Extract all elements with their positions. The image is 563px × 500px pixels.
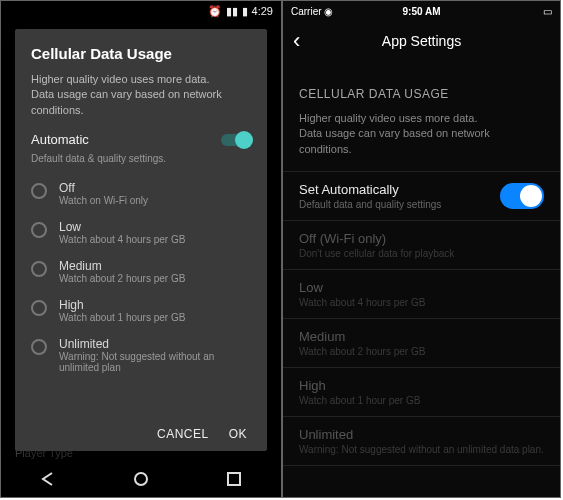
carrier-label: Carrier ◉ <box>291 6 333 17</box>
signal-icon: ▮▮ <box>226 5 238 18</box>
wifi-icon: ◉ <box>324 6 333 17</box>
nav-back-icon[interactable] <box>40 471 56 487</box>
nav-title: App Settings <box>382 33 461 49</box>
row-label: Unlimited <box>299 427 544 442</box>
row-medium[interactable]: Medium Watch about 2 hours per GB <box>283 318 560 367</box>
android-status-bar: ⏰ ▮▮ ▮ 4:29 <box>1 1 281 21</box>
row-sublabel: Watch about 2 hours per GB <box>299 346 425 357</box>
option-low[interactable]: LowWatch about 4 hours per GB <box>31 213 251 252</box>
automatic-label: Automatic <box>31 132 89 147</box>
row-unlimited[interactable]: Unlimited Warning: Not suggested without… <box>283 416 560 466</box>
row-sublabel: Warning: Not suggested without an unlimi… <box>299 444 544 455</box>
ok-button[interactable]: OK <box>229 427 247 441</box>
radio-icon <box>31 339 47 355</box>
option-off[interactable]: OffWatch on Wi-Fi only <box>31 174 251 213</box>
status-time: 4:29 <box>252 5 273 17</box>
alarm-icon: ⏰ <box>208 5 222 18</box>
cancel-button[interactable]: CANCEL <box>157 427 209 441</box>
automatic-toggle[interactable] <box>500 183 544 209</box>
radio-icon <box>31 300 47 316</box>
row-sublabel: Default data and quality settings <box>299 199 441 210</box>
radio-icon <box>31 183 47 199</box>
row-label: Low <box>299 280 425 295</box>
ios-navbar: ‹ App Settings <box>283 21 560 61</box>
option-unlimited[interactable]: UnlimitedWarning: Not suggested without … <box>31 330 251 380</box>
automatic-toggle[interactable] <box>221 134 251 146</box>
dialog-title: Cellular Data Usage <box>31 45 251 62</box>
automatic-sublabel: Default data & quality settings. <box>31 153 251 164</box>
row-off[interactable]: Off (Wi-Fi only) Don't use cellular data… <box>283 220 560 269</box>
row-sublabel: Watch about 1 hour per GB <box>299 395 420 406</box>
dialog-description: Higher quality video uses more data. Dat… <box>31 72 251 118</box>
radio-icon <box>31 222 47 238</box>
svg-point-0 <box>135 473 147 485</box>
section-description: Higher quality video uses more data. Dat… <box>283 111 560 171</box>
radio-icon <box>31 261 47 277</box>
row-label: High <box>299 378 420 393</box>
row-label: Off (Wi-Fi only) <box>299 231 454 246</box>
dialog-actions: CANCEL OK <box>31 419 247 441</box>
section-title: CELLULAR DATA USAGE <box>283 61 560 111</box>
row-high[interactable]: High Watch about 1 hour per GB <box>283 367 560 416</box>
back-icon[interactable]: ‹ <box>293 28 300 54</box>
row-low[interactable]: Low Watch about 4 hours per GB <box>283 269 560 318</box>
row-sublabel: Watch about 4 hours per GB <box>299 297 425 308</box>
status-time: 9:50 AM <box>403 6 441 17</box>
option-medium[interactable]: MediumWatch about 2 hours per GB <box>31 252 251 291</box>
android-phone: ⏰ ▮▮ ▮ 4:29 ← NETFLIX C N A N Q S C B C … <box>0 0 282 498</box>
ios-phone: Carrier ◉ 9:50 AM ▭ ‹ App Settings CELLU… <box>282 0 561 498</box>
battery-icon: ▭ <box>543 6 552 17</box>
nav-home-icon[interactable] <box>133 471 149 487</box>
quality-options: OffWatch on Wi-Fi only LowWatch about 4 … <box>31 174 251 419</box>
row-label: Medium <box>299 329 425 344</box>
android-navbar <box>1 461 281 497</box>
row-sublabel: Don't use cellular data for playback <box>299 248 454 259</box>
cellular-data-dialog: Cellular Data Usage Higher quality video… <box>15 29 267 451</box>
row-label: Set Automatically <box>299 182 441 197</box>
nav-recent-icon[interactable] <box>226 471 242 487</box>
option-high[interactable]: HighWatch about 1 hours per GB <box>31 291 251 330</box>
svg-rect-1 <box>228 473 240 485</box>
row-set-automatically[interactable]: Set Automatically Default data and quali… <box>283 171 560 220</box>
battery-icon: ▮ <box>242 5 248 18</box>
automatic-toggle-row[interactable]: Automatic <box>31 132 251 147</box>
ios-status-bar: Carrier ◉ 9:50 AM ▭ <box>283 1 560 21</box>
